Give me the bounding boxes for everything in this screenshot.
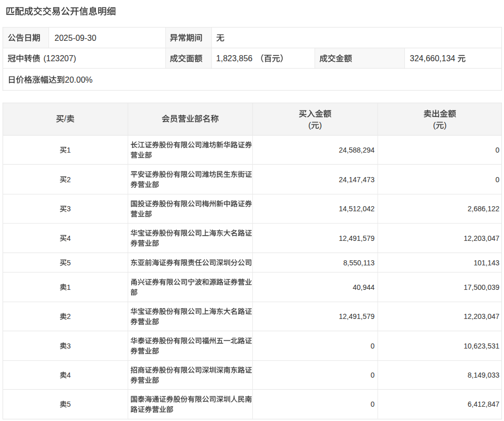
svg-text:/: / <box>64 114 67 123</box>
svg-text:101,143: 101,143 <box>473 259 499 267</box>
svg-text:12,491,579: 12,491,579 <box>339 234 374 242</box>
svg-text:(: ( <box>433 121 436 130</box>
svg-text:5: 5 <box>67 259 71 267</box>
svg-text:2025-09-30: 2025-09-30 <box>55 34 97 42</box>
svg-text:1: 1 <box>67 146 71 154</box>
svg-text:0: 0 <box>495 146 499 154</box>
svg-text:24,147,473: 24,147,473 <box>339 176 374 184</box>
svg-text:12,203,047: 12,203,047 <box>464 234 499 242</box>
svg-text:20.00%: 20.00% <box>65 76 92 84</box>
svg-text:8,550,113: 8,550,113 <box>343 259 374 267</box>
svg-text:1,823,856: 1,823,856 <box>216 54 252 63</box>
svg-text:): ) <box>444 121 446 130</box>
svg-text:6,412,847: 6,412,847 <box>468 400 499 408</box>
svg-text:4: 4 <box>67 234 71 242</box>
svg-text:(: ( <box>308 121 311 130</box>
svg-text:2: 2 <box>67 312 71 320</box>
svg-text:0: 0 <box>371 342 375 350</box>
svg-text:12,491,579: 12,491,579 <box>339 312 374 320</box>
svg-text:324,660,134: 324,660,134 <box>410 54 455 63</box>
svg-text:2: 2 <box>67 176 71 184</box>
svg-text:24,588,294: 24,588,294 <box>339 146 374 154</box>
svg-text:2,686,122: 2,686,122 <box>468 205 499 213</box>
svg-text:0: 0 <box>371 371 375 379</box>
svg-text:): ) <box>319 121 322 130</box>
svg-text:12,203,047: 12,203,047 <box>464 312 499 320</box>
svg-text:14,512,042: 14,512,042 <box>339 205 374 213</box>
svg-text:40,944: 40,944 <box>353 283 375 291</box>
svg-text:3: 3 <box>67 205 71 213</box>
svg-text:10,623,531: 10,623,531 <box>464 342 499 350</box>
svg-text:1: 1 <box>67 283 71 291</box>
svg-text:5: 5 <box>67 400 71 408</box>
svg-text:4: 4 <box>67 371 71 379</box>
svg-text:0: 0 <box>495 176 499 184</box>
svg-text:(123207): (123207) <box>43 54 76 63</box>
svg-text:8,149,033: 8,149,033 <box>468 371 499 379</box>
svg-text:17,500,039: 17,500,039 <box>464 283 499 291</box>
svg-text:0: 0 <box>371 400 375 408</box>
svg-text:3: 3 <box>67 342 71 350</box>
